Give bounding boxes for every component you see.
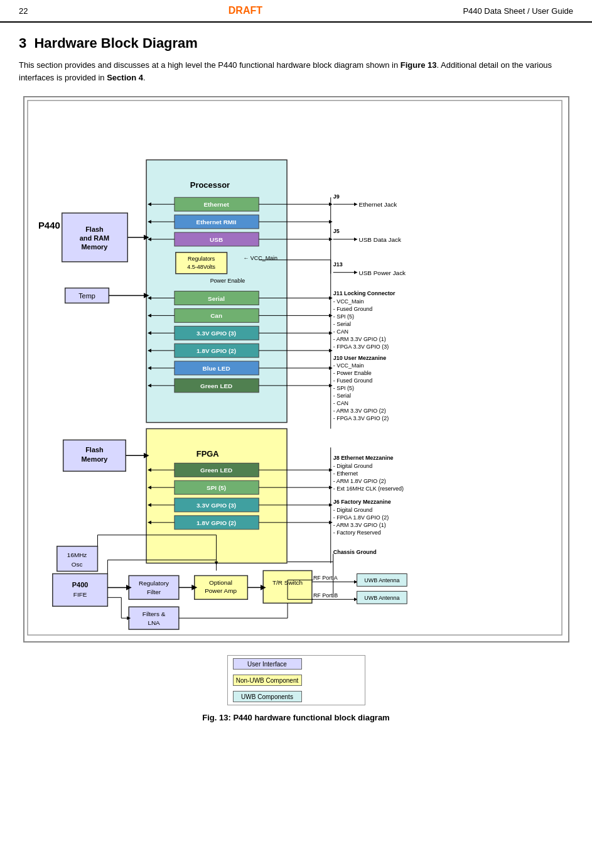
reg-filter-block bbox=[129, 575, 179, 599]
svg-text:1.8V GPIO (2): 1.8V GPIO (2) bbox=[196, 347, 236, 354]
legend-color-uwb: UWB Components bbox=[233, 691, 302, 702]
hardware-block-diagram: P440 Processor Ethernet Ethernet RMII US… bbox=[23, 96, 569, 643]
svg-text:16MHz: 16MHz bbox=[67, 551, 87, 558]
j8-item4: - Ext 16MHz CLK (reserved) bbox=[333, 486, 403, 492]
power-enable-label: Power Enable bbox=[210, 278, 245, 284]
j9-ethernet-jack: Ethernet Jack bbox=[358, 201, 397, 208]
svg-text:Ethernet: Ethernet bbox=[203, 201, 229, 208]
svg-text:and RAM: and RAM bbox=[79, 234, 109, 242]
rf-port-b-label: RF Port B bbox=[313, 592, 337, 599]
uwb-antenna-a-label: UWB Antenna bbox=[364, 577, 399, 583]
fpga-label: FPGA bbox=[196, 449, 218, 458]
svg-text:Serial: Serial bbox=[208, 295, 225, 302]
svg-text:Memory: Memory bbox=[81, 243, 108, 251]
j10-item1: - VCC_Main bbox=[333, 362, 363, 369]
p440-label: P440 bbox=[38, 220, 60, 231]
svg-text:Optional: Optional bbox=[209, 579, 232, 586]
section-title: 3 Hardware Block Diagram bbox=[19, 35, 573, 52]
page-header: 22 DRAFT P440 Data Sheet / User Guide bbox=[0, 0, 592, 23]
svg-text:Temp: Temp bbox=[78, 292, 95, 300]
j8-item3: - ARM 1.8V GPIO (2) bbox=[333, 478, 385, 484]
svg-text:Filters &: Filters & bbox=[142, 610, 165, 617]
j10-item7: - ARM 3.3V GPIO (2) bbox=[333, 408, 385, 414]
svg-text:Osc: Osc bbox=[71, 561, 82, 568]
j10-label: J10 User Mezzanine bbox=[333, 355, 385, 361]
j6-item4: - Factory Reserved bbox=[333, 529, 380, 536]
processor-label: Processor bbox=[190, 180, 229, 190]
j11-item3: - SPI (5) bbox=[333, 313, 353, 320]
svg-text:4.5-48Volts: 4.5-48Volts bbox=[187, 264, 215, 270]
svg-text:Ethernet RMII: Ethernet RMII bbox=[196, 219, 236, 225]
legend-item-uwb: UWB Components bbox=[228, 688, 365, 705]
j6-item3: - ARM 3.3V GPIO (1) bbox=[333, 522, 385, 528]
legend-container: User Interface Non-UWB Component UWB Com… bbox=[19, 655, 573, 705]
svg-text:Regulators: Regulators bbox=[188, 256, 215, 262]
rf-port-a-label: RF Port A bbox=[313, 575, 337, 581]
chassis-ground-label: Chassis Ground bbox=[333, 549, 376, 555]
doc-title: P440 Data Sheet / User Guide bbox=[463, 6, 573, 16]
j8-item2: - Ethernet bbox=[333, 470, 358, 477]
svg-text:Can: Can bbox=[210, 312, 222, 319]
svg-text:USB: USB bbox=[210, 236, 223, 243]
j10-item3: - Fused Ground bbox=[333, 377, 372, 384]
svg-text:Power Amp: Power Amp bbox=[205, 587, 237, 594]
intro-paragraph: This section provides and discusses at a… bbox=[19, 59, 573, 84]
j10-item5: - Serial bbox=[333, 393, 350, 399]
j11-item7: - FPGA 3.3V GPIO (3) bbox=[333, 344, 388, 350]
p400-block bbox=[52, 573, 107, 606]
j6-item1: - Digital Ground bbox=[333, 507, 372, 513]
svg-text:3.3V GPIO (3): 3.3V GPIO (3) bbox=[196, 502, 236, 509]
svg-text:P400: P400 bbox=[72, 581, 88, 589]
page-number: 22 bbox=[19, 6, 28, 16]
legend-color-non-uwb: Non-UWB Component bbox=[233, 675, 302, 686]
j11-item6: - ARM 3.3V GPIO (1) bbox=[333, 336, 385, 342]
svg-text:Memory: Memory bbox=[81, 455, 108, 463]
j5-label: J5 bbox=[333, 228, 339, 234]
j10-item2: - Power Enable bbox=[333, 370, 371, 376]
draft-label: DRAFT bbox=[229, 5, 262, 16]
uwb-antenna-b-label: UWB Antenna bbox=[364, 595, 399, 601]
j6-item2: - FPGA 1.8V GPIO (2) bbox=[333, 514, 388, 521]
legend-item-non-uwb: Non-UWB Component bbox=[228, 672, 365, 688]
legend-color-user-interface: User Interface bbox=[233, 658, 302, 670]
svg-text:Flash: Flash bbox=[85, 446, 104, 453]
svg-text:SPI (5): SPI (5) bbox=[207, 484, 226, 491]
svg-text:Blue LED: Blue LED bbox=[202, 365, 230, 372]
svg-text:LNA: LNA bbox=[148, 619, 160, 626]
svg-text:1.8V GPIO (2): 1.8V GPIO (2) bbox=[196, 519, 236, 526]
j13-usb-power: USB Power Jack bbox=[358, 269, 406, 276]
j11-item5: - CAN bbox=[333, 328, 348, 335]
svg-text:3.3V GPIO (3): 3.3V GPIO (3) bbox=[196, 330, 236, 337]
j10-item8: - FPGA 3.3V GPIO (2) bbox=[333, 415, 388, 421]
svg-text:FIFE: FIFE bbox=[73, 591, 87, 598]
svg-text:Green LED: Green LED bbox=[200, 467, 232, 474]
j5-usb-jack: USB Data Jack bbox=[358, 236, 401, 243]
j9-label: J9 bbox=[333, 193, 339, 200]
j11-item1: - VCC_Main bbox=[333, 298, 363, 305]
svg-text:Green LED: Green LED bbox=[200, 382, 232, 389]
figure-caption: Fig. 13: P440 hardware functional block … bbox=[19, 713, 573, 722]
svg-rect-0 bbox=[27, 100, 561, 635]
j10-item4: - SPI (5) bbox=[333, 385, 353, 391]
legend: User Interface Non-UWB Component UWB Com… bbox=[227, 655, 365, 705]
svg-text:Filter: Filter bbox=[147, 589, 161, 595]
j11-item4: - Serial bbox=[333, 321, 350, 327]
vcc-main-label: ← VCC_Main bbox=[243, 255, 277, 261]
svg-text:Regulatory: Regulatory bbox=[139, 580, 169, 587]
j10-item6: - CAN bbox=[333, 400, 348, 406]
j8-label: J8 Ethernet Mezzanine bbox=[333, 455, 393, 461]
j11-item2: - Fused Ground bbox=[333, 306, 372, 312]
legend-item-user-interface: User Interface bbox=[228, 656, 365, 672]
svg-text:Flash: Flash bbox=[85, 225, 104, 233]
j11-label: J11 Locking Connector bbox=[333, 290, 395, 296]
j6-label: J6 Factory Mezzanine bbox=[333, 499, 390, 505]
j8-item1: - Digital Ground bbox=[333, 463, 372, 469]
j13-label: J13 bbox=[333, 261, 342, 268]
